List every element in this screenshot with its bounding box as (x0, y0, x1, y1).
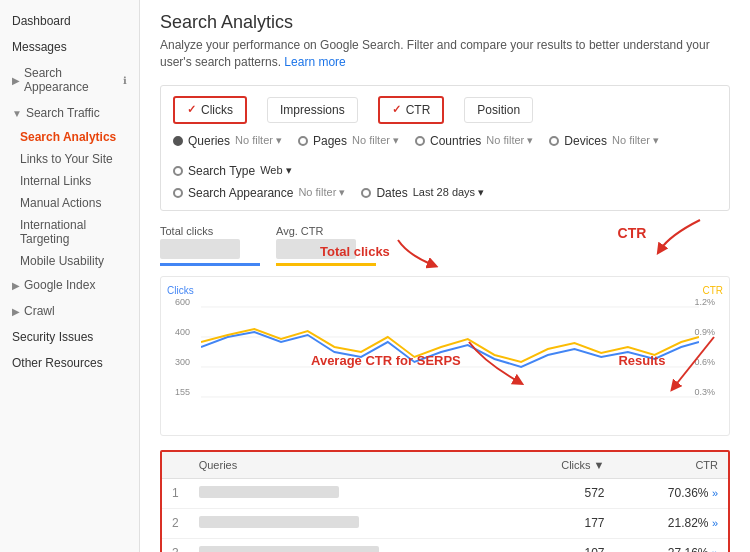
col-ctr[interactable]: CTR (615, 452, 729, 479)
sidebar-item-search-analytics[interactable]: Search Analytics (0, 126, 139, 148)
search-appearance-dimension[interactable]: Search Appearance No filter ▾ (173, 186, 345, 200)
sidebar-item-messages[interactable]: Messages (0, 34, 139, 60)
countries-filter[interactable]: No filter ▾ (486, 134, 533, 147)
row-3-clicks: 107 (512, 538, 614, 552)
radio-icon-5 (173, 188, 183, 198)
sidebar-item-search-traffic[interactable]: ▼ Search Traffic (0, 100, 139, 126)
ctr-filter-btn[interactable]: ✓ CTR (378, 96, 445, 124)
dates-filter[interactable]: Last 28 days ▾ (413, 186, 484, 199)
y-tick-155: 155 (175, 387, 190, 397)
radio-selected-icon (173, 136, 183, 146)
chevron-icon-2[interactable]: » (712, 517, 718, 529)
sidebar-item-manual-actions[interactable]: Manual Actions (0, 192, 139, 214)
search-type-filter[interactable]: Web ▾ (260, 164, 291, 177)
search-type-label: Search Type (188, 164, 255, 178)
total-clicks-annotation-label: Total clicks (320, 244, 390, 259)
countries-dimension[interactable]: Countries No filter ▾ (415, 134, 533, 148)
sidebar-item-search-appearance[interactable]: ▶ Search Appearance ℹ (0, 60, 139, 100)
col-num (162, 452, 189, 479)
row-2-query (189, 508, 512, 538)
arrow-icon: ▶ (12, 75, 20, 86)
impressions-label: Impressions (280, 103, 345, 117)
arrow-expand-icon: ▼ (12, 108, 22, 119)
col-clicks[interactable]: Clicks ▼ (512, 452, 614, 479)
sidebar-item-mobile-usability[interactable]: Mobile Usability (0, 250, 139, 272)
results-arrow-icon (669, 332, 719, 392)
col-queries[interactable]: Queries (189, 452, 512, 479)
row-2-clicks: 177 (512, 508, 614, 538)
sidebar-item-google-index[interactable]: ▶ Google Index (0, 272, 139, 298)
chevron-icon[interactable]: » (712, 487, 718, 499)
sidebar: Dashboard Messages ▶ Search Appearance ℹ… (0, 0, 140, 552)
clicks-filter-btn[interactable]: ✓ Clicks (173, 96, 247, 124)
total-clicks-label: Total clicks (160, 225, 260, 237)
learn-more-link[interactable]: Learn more (284, 55, 345, 69)
sidebar-item-international-targeting[interactable]: International Targeting (0, 214, 139, 250)
row-2-ctr: 21.82% » (615, 508, 729, 538)
metric-buttons-row: ✓ Clicks Impressions ✓ CTR Position (173, 96, 717, 124)
results-table-container: Queries Clicks ▼ CTR 1 572 70.36% » 2 17… (160, 450, 730, 552)
ctr-annotation-label: CTR (618, 225, 647, 241)
chart-y-label-ctr: CTR (702, 285, 723, 296)
sidebar-item-crawl[interactable]: ▶ Crawl (0, 298, 139, 324)
dates-dimension[interactable]: Dates Last 28 days ▾ (361, 186, 484, 200)
total-clicks-value (160, 239, 240, 259)
dimension-row-2: Search Appearance No filter ▾ Dates Last… (173, 186, 717, 200)
dates-label: Dates (376, 186, 407, 200)
arrow-icon-3: ▶ (12, 306, 20, 317)
y-tick-ctr-1: 1.2% (694, 297, 715, 307)
avg-ctr-annotation: Average CTR for SERPS (311, 337, 524, 387)
page-title: Search Analytics (160, 12, 730, 33)
total-clicks-metric: Total clicks (160, 225, 260, 266)
impressions-filter-btn[interactable]: Impressions (267, 97, 358, 123)
radio-icon-3 (549, 136, 559, 146)
queries-dimension[interactable]: Queries No filter ▾ (173, 134, 282, 148)
radio-icon-2 (415, 136, 425, 146)
search-type-dimension[interactable]: Search Type Web ▾ (173, 164, 292, 178)
sidebar-item-links-to-site[interactable]: Links to Your Site (0, 148, 139, 170)
table-row: 2 177 21.82% » (162, 508, 728, 538)
devices-dimension[interactable]: Devices No filter ▾ (549, 134, 659, 148)
y-tick-600: 600 (175, 297, 190, 307)
sidebar-item-other-resources[interactable]: Other Resources (0, 350, 139, 376)
countries-label: Countries (430, 134, 481, 148)
devices-label: Devices (564, 134, 607, 148)
position-label: Position (477, 103, 520, 117)
ctr-arrow-icon (650, 215, 710, 255)
sidebar-item-dashboard[interactable]: Dashboard (0, 8, 139, 34)
search-appearance-filter[interactable]: No filter ▾ (298, 186, 345, 199)
radio-icon (298, 136, 308, 146)
arrow-icon-2: ▶ (12, 280, 20, 291)
metrics-chart-section: Total clicks Avg. CTR CTR Total clicks (160, 225, 730, 436)
position-filter-btn[interactable]: Position (464, 97, 533, 123)
total-clicks-arrow-icon (393, 235, 443, 270)
avg-ctr-annotation-label: Average CTR for SERPS (311, 353, 461, 368)
queries-label: Queries (188, 134, 230, 148)
table-row: 3 107 27.16% » (162, 538, 728, 552)
chevron-icon-3[interactable]: » (712, 547, 718, 552)
pages-label: Pages (313, 134, 347, 148)
blurred-query-2 (199, 516, 359, 528)
filter-bar: ✓ Clicks Impressions ✓ CTR Position Quer… (160, 85, 730, 211)
clicks-label: Clicks (201, 103, 233, 117)
sidebar-item-internal-links[interactable]: Internal Links (0, 170, 139, 192)
row-3-query (189, 538, 512, 552)
queries-filter[interactable]: No filter ▾ (235, 134, 282, 147)
radio-icon-6 (361, 188, 371, 198)
row-3-ctr: 27.16% » (615, 538, 729, 552)
y-tick-300: 300 (175, 357, 190, 367)
row-1-num: 1 (162, 478, 189, 508)
devices-filter[interactable]: No filter ▾ (612, 134, 659, 147)
results-annotation-label: Results (618, 353, 665, 368)
pages-filter[interactable]: No filter ▾ (352, 134, 399, 147)
blurred-query-3 (199, 546, 379, 552)
row-1-ctr: 70.36% » (615, 478, 729, 508)
pages-dimension[interactable]: Pages No filter ▾ (298, 134, 399, 148)
dimension-row: Queries No filter ▾ Pages No filter ▾ Co… (173, 134, 717, 178)
table-row: 1 572 70.36% » (162, 478, 728, 508)
row-3-num: 3 (162, 538, 189, 552)
results-annotation: Results (618, 332, 719, 392)
sidebar-item-security[interactable]: Security Issues (0, 324, 139, 350)
radio-icon-4 (173, 166, 183, 176)
row-1-clicks: 572 (512, 478, 614, 508)
